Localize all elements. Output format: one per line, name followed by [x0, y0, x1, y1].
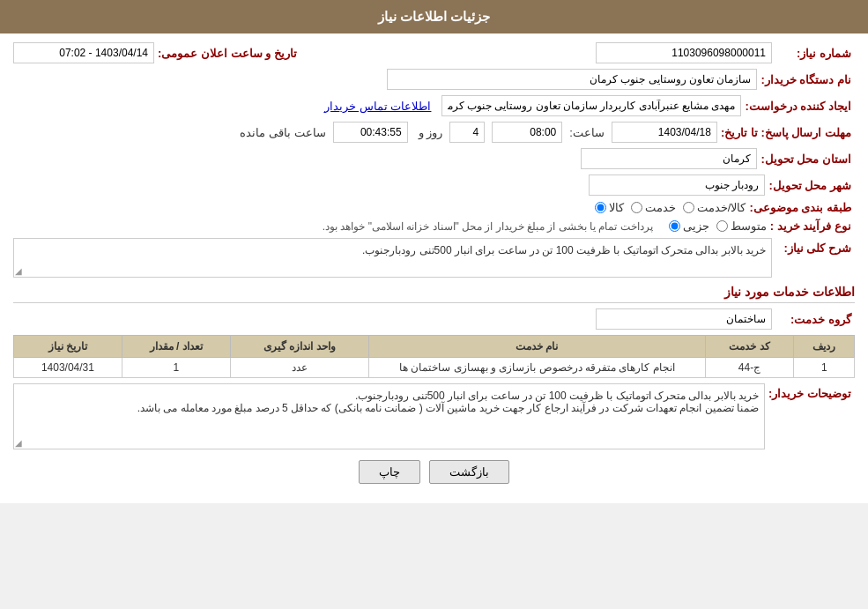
page-header: جزئیات اطلاعات نیاز [0, 0, 868, 33]
tarikheElan-label: تاریخ و ساعت اعلان عمومی: [158, 47, 300, 60]
radio-kalaKhedmat[interactable]: کالا/خدمت [683, 201, 746, 214]
groupKhedmat-input[interactable] [596, 308, 772, 330]
mohlat-countdown-input[interactable] [333, 122, 408, 143]
mohlat-label: مهلت ارسال پاسخ: تا تاریخ: [721, 126, 855, 139]
row-shomareNiaz: شماره نیاز: تاریخ و ساعت اعلان عمومی: [13, 42, 855, 63]
radio-jozii[interactable]: جزیی [669, 219, 709, 233]
shomareNiaz-input[interactable] [596, 42, 772, 63]
radio-motavaset[interactable]: متوسط [716, 219, 767, 233]
radio-kala-label: کالا [609, 201, 624, 214]
radio-khedmat-input[interactable] [631, 202, 642, 213]
ostan-label: استان محل تحویل: [760, 152, 855, 166]
col-tedad: تعداد / مقدار [122, 336, 230, 358]
table-row: 1 ج-44 انجام کارهای متفرقه درخصوص بازساز… [14, 358, 855, 378]
farayand-note: پرداخت تمام یا بخشی از مبلغ خریدار از مح… [323, 220, 653, 233]
radio-jozii-label: جزیی [683, 219, 709, 233]
tozihat-container: خرید بالابر بدالی متحرک اتوماتیک با ظرفی… [13, 383, 765, 449]
saat-label: ساعت: [569, 126, 605, 139]
ijadKonande-label: ایجاد کننده درخواست: [745, 100, 855, 113]
row-tozihat: توضیحات خریدار: خرید بالابر بدالی متحرک … [13, 383, 855, 449]
bazgasht-button[interactable]: بازگشت [429, 460, 509, 484]
row-ostan: استان محل تحویل: [13, 148, 855, 169]
row-shahr: شهر محل تحویل: [13, 175, 855, 196]
cell-radif: 1 [794, 358, 855, 378]
shahr-label: شهر محل تحویل: [768, 179, 855, 192]
cell-tarikh: 1403/04/31 [14, 358, 122, 378]
page-wrapper: جزئیات اطلاعات نیاز شماره نیاز: تاریخ و … [0, 0, 868, 503]
row-mohlat: مهلت ارسال پاسخ: تا تاریخ: ساعت: روز و س… [13, 122, 855, 143]
services-tbody: 1 ج-44 انجام کارهای متفرقه درخصوص بازساز… [14, 358, 855, 378]
mohlat-roz-input[interactable] [449, 122, 485, 143]
roz-label: روز و [419, 126, 443, 139]
farayand-label: نوع فرآیند خرید : [770, 219, 855, 233]
radio-kala-input[interactable] [595, 202, 606, 213]
tarikheElan-input[interactable] [13, 42, 154, 63]
cell-kodKhedmat: ج-44 [705, 358, 794, 378]
footer-buttons: بازگشت چاپ [13, 460, 855, 494]
expand-icon: ◢ [15, 266, 22, 276]
table-header-row: ردیف کد خدمت نام خدمت واحد اندازه گیری ت… [14, 336, 855, 358]
row-tabaqe: طبقه بندی موضوعی: کالا/خدمت خدمت کالا [13, 201, 855, 214]
radio-khedmat-label: خدمت [645, 201, 676, 214]
col-vahed: واحد اندازه گیری [230, 336, 368, 358]
tozihat-label: توضیحات خریدار: [768, 387, 855, 400]
baqi-label: ساعت باقی مانده [240, 126, 325, 139]
cell-vahed: عدد [230, 358, 368, 378]
radio-jozii-input[interactable] [669, 220, 680, 232]
expand-icon-2: ◢ [15, 438, 22, 448]
ostan-input[interactable] [581, 148, 757, 169]
shahr-input[interactable] [589, 175, 765, 196]
row-farayand: نوع فرآیند خرید : متوسط جزیی پرداخت تمام… [13, 219, 855, 233]
farayand-radio-group: متوسط جزیی پرداخت تمام یا بخشی از مبلغ خ… [323, 219, 767, 233]
row-sharhKoli: شرح کلی نیاز: خرید بالابر بدالی متحرک ات… [13, 238, 855, 278]
namDastgah-input[interactable] [387, 69, 757, 90]
col-kodKhedmat: کد خدمت [705, 336, 794, 358]
content-area: شماره نیاز: تاریخ و ساعت اعلان عمومی: نا… [0, 33, 868, 503]
col-tarikh: تاریخ نیاز [14, 336, 122, 358]
sharhKoli-label: شرح کلی نیاز: [775, 238, 855, 255]
ijadKonande-link[interactable]: اطلاعات تماس خریدار [324, 100, 431, 113]
namDastgah-label: نام دستگاه خریدار: [760, 73, 855, 86]
radio-kalaKhedmat-input[interactable] [683, 202, 694, 213]
services-table: ردیف کد خدمت نام خدمت واحد اندازه گیری ت… [13, 335, 855, 378]
col-radif: ردیف [794, 336, 855, 358]
sharhKoli-container: خرید بالابر بدالی متحرک اتوماتیک با ظرفی… [13, 238, 772, 278]
cell-namKhedmat: انجام کارهای متفرقه درخصوص بازسازی و بهس… [368, 358, 705, 378]
row-ijadKonande: ایجاد کننده درخواست: اطلاعات تماس خریدار [13, 95, 855, 116]
tabaqe-label: طبقه بندی موضوعی: [749, 201, 855, 214]
chap-button[interactable]: چاپ [359, 460, 420, 484]
sharhKoli-value: خرید بالابر بدالی متحرک اتوماتیک با ظرفی… [13, 238, 772, 278]
row-groupKhedmat: گروه خدمت: [13, 308, 855, 330]
tozihat-value: خرید بالابر بدالی متحرک اتوماتیک با ظرفی… [13, 383, 765, 449]
mohlat-date-input[interactable] [612, 122, 717, 143]
ijadKonande-input[interactable] [441, 95, 741, 116]
radio-kala[interactable]: کالا [595, 201, 624, 214]
mohlat-saat-input[interactable] [492, 122, 562, 143]
radio-kalaKhedmat-label: کالا/خدمت [697, 201, 746, 214]
radio-motavaset-input[interactable] [716, 220, 728, 232]
page-title: جزئیات اطلاعات نیاز [378, 9, 490, 24]
radio-khedmat[interactable]: خدمت [631, 201, 676, 214]
shomareNiaz-label: شماره نیاز: [775, 47, 855, 60]
groupKhedmat-label: گروه خدمت: [775, 313, 855, 326]
khadamat-section-title: اطلاعات خدمات مورد نیاز [13, 285, 855, 303]
tabaqe-radio-group: کالا/خدمت خدمت کالا [595, 201, 746, 214]
cell-tedad: 1 [122, 358, 230, 378]
row-namDastgah: نام دستگاه خریدار: [13, 69, 855, 90]
radio-motavaset-label: متوسط [731, 219, 767, 233]
col-namKhedmat: نام خدمت [368, 336, 705, 358]
